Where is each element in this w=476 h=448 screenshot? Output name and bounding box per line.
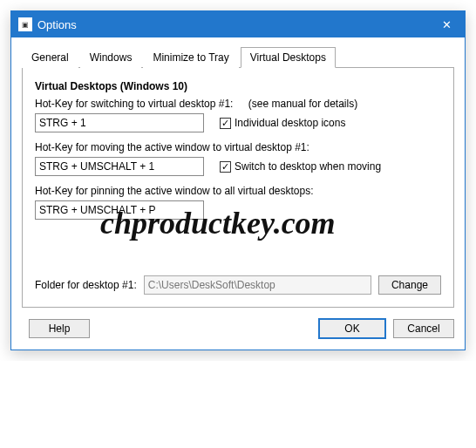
tab-strip: General Windows Minimize to Tray Virtual… — [22, 46, 454, 68]
hotkey-switch-input[interactable] — [35, 113, 204, 132]
group-title: Virtual Desktops (Windows 10) — [35, 80, 441, 92]
checkbox-icon: ✓ — [220, 161, 231, 173]
help-button[interactable]: Help — [29, 319, 90, 338]
switch-when-moving-checkbox[interactable]: ✓ Switch to desktop when moving — [220, 160, 381, 173]
hotkey-move-input[interactable] — [35, 157, 204, 176]
tab-windows[interactable]: Windows — [80, 47, 142, 68]
see-manual-note: (see manual for details) — [248, 98, 357, 110]
ok-button[interactable]: OK — [318, 318, 386, 339]
cancel-button[interactable]: Cancel — [393, 319, 454, 338]
folder-path-input[interactable] — [144, 275, 371, 295]
tab-virtual-desktops[interactable]: Virtual Desktops — [241, 47, 336, 68]
dialog-buttons: Help OK Cancel — [22, 318, 454, 339]
individual-icons-checkbox[interactable]: ✓ Individual desktop icons — [220, 117, 345, 129]
checkbox-icon: ✓ — [220, 118, 231, 129]
hotkey-pin-label: Hot-Key for pinning the active window to… — [35, 185, 441, 197]
close-button[interactable]: ✕ — [428, 11, 465, 37]
folder-label: Folder for desktop #1: — [35, 279, 137, 291]
change-button[interactable]: Change — [378, 275, 441, 295]
hotkey-switch-label: Hot-Key for switching to virtual desktop… — [35, 98, 233, 110]
hotkey-switch-label-row: Hot-Key for switching to virtual desktop… — [35, 98, 441, 110]
individual-icons-label: Individual desktop icons — [235, 117, 345, 129]
tab-general[interactable]: General — [22, 47, 78, 68]
app-icon: ▣ — [18, 17, 32, 31]
hotkey-move-label: Hot-Key for moving the active window to … — [35, 141, 441, 153]
hotkey-pin-input[interactable] — [35, 200, 204, 220]
tab-minimize-to-tray[interactable]: Minimize to Tray — [143, 47, 238, 68]
tab-panel-virtual-desktops: Virtual Desktops (Windows 10) Hot-Key fo… — [22, 68, 454, 308]
close-icon: ✕ — [442, 18, 452, 31]
switch-when-moving-label: Switch to desktop when moving — [235, 160, 381, 173]
options-window: ▣ Options ✕ General Windows Minimize to … — [10, 10, 466, 350]
titlebar: ▣ Options ✕ — [11, 11, 465, 37]
window-body: General Windows Minimize to Tray Virtual… — [11, 37, 465, 350]
window-title: Options — [37, 18, 428, 31]
